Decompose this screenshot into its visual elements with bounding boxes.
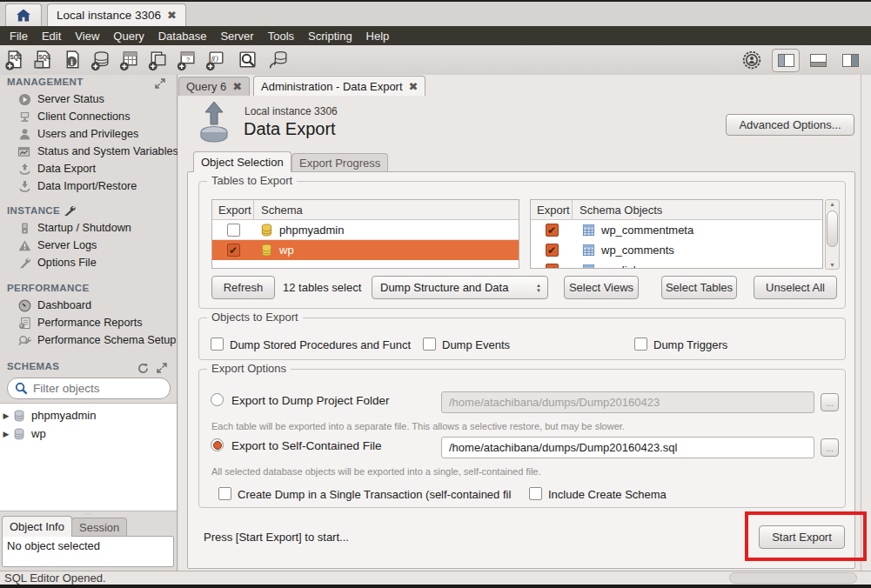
export-self-contained-label: Export to Self-Contained File bbox=[231, 439, 382, 452]
schema-tree-item-wp[interactable]: ▶ wp bbox=[0, 424, 177, 443]
tab-query-6[interactable]: Query 6✖ bbox=[178, 77, 250, 96]
menu-file[interactable]: File bbox=[3, 30, 35, 43]
inspector-icon[interactable]: i bbox=[57, 49, 86, 71]
refresh-button[interactable]: Refresh bbox=[211, 276, 275, 299]
dump-events-checkbox[interactable] bbox=[423, 337, 436, 351]
single-transaction-checkbox[interactable] bbox=[218, 487, 231, 500]
project-folder-path-field[interactable] bbox=[441, 391, 814, 413]
tab-object-selection[interactable]: Object Selection bbox=[193, 151, 291, 172]
export-checkbox[interactable] bbox=[227, 224, 240, 237]
table-icon bbox=[581, 224, 595, 237]
toggle-sidebar-button[interactable] bbox=[772, 49, 800, 72]
management-expand-icon[interactable] bbox=[153, 77, 167, 90]
self-contained-path-field[interactable] bbox=[441, 437, 814, 458]
dashboard-icon bbox=[17, 298, 31, 312]
include-create-schema-checkbox[interactable] bbox=[529, 487, 542, 500]
self-contained-browse-button[interactable]: ... bbox=[821, 438, 839, 457]
sidebar-item-data-export[interactable]: Data Export bbox=[0, 160, 178, 177]
create-function-icon[interactable]: f() bbox=[201, 49, 230, 71]
object-row-wp-comments[interactable]: ✔ wp_comments bbox=[531, 240, 822, 260]
project-folder-browse-button[interactable]: ... bbox=[821, 393, 839, 411]
sidebar-item-options-file[interactable]: Options File bbox=[0, 254, 178, 271]
sidebar-item-users-privileges[interactable]: Users and Privileges bbox=[0, 125, 178, 143]
export-project-folder-radio[interactable] bbox=[211, 393, 224, 406]
table-icon bbox=[581, 264, 595, 270]
preferences-gear-icon[interactable] bbox=[739, 49, 765, 71]
schemas-refresh-icon[interactable] bbox=[136, 361, 150, 375]
tab-admin-data-export[interactable]: Administration - Data Export✖ bbox=[253, 76, 425, 96]
tab-export-progress[interactable]: Export Progress bbox=[291, 153, 388, 172]
expand-arrow-icon[interactable]: ▶ bbox=[0, 411, 12, 420]
connection-tab[interactable]: Local instance 3306 ✖ bbox=[47, 3, 186, 26]
advanced-options-button[interactable]: Advanced Options... bbox=[726, 114, 854, 136]
connection-tab-close-icon[interactable]: ✖ bbox=[167, 9, 177, 22]
create-procedure-icon[interactable]: ? bbox=[172, 49, 201, 71]
options-file-icon bbox=[17, 256, 31, 270]
schema-tree-item-phpmyadmin[interactable]: ▶ phpmyadmin bbox=[0, 406, 177, 424]
menu-view[interactable]: View bbox=[68, 30, 106, 43]
new-sql-tab-icon[interactable]: SQL bbox=[0, 49, 29, 71]
sidebar-item-status-system-variables[interactable]: Status and System Variables bbox=[0, 143, 178, 160]
menu-query[interactable]: Query bbox=[106, 30, 151, 43]
sidebar-item-performance-reports[interactable]: Performance Reports bbox=[0, 314, 178, 331]
create-schema-icon[interactable] bbox=[86, 49, 115, 71]
tab-object-info[interactable]: Object Info bbox=[2, 516, 72, 537]
sidebar-item-startup-shutdown[interactable]: Startup / Shutdown bbox=[0, 219, 178, 237]
horizontal-scrollbar-thumb[interactable] bbox=[729, 572, 857, 584]
menu-server[interactable]: Server bbox=[213, 30, 260, 43]
schema-icon bbox=[12, 427, 26, 441]
create-view-icon[interactable] bbox=[144, 49, 172, 71]
schemas-expand-icon[interactable] bbox=[155, 361, 169, 375]
tab-admin-close-icon[interactable]: ✖ bbox=[409, 80, 419, 93]
export-self-contained-radio[interactable] bbox=[211, 438, 224, 451]
dump-stored-procedures-checkbox[interactable] bbox=[211, 337, 224, 351]
objects-table-scrollbar[interactable]: ▲ ▼ bbox=[825, 199, 840, 270]
menu-scripting[interactable]: Scripting bbox=[301, 30, 359, 43]
unselect-all-button[interactable]: Unselect All bbox=[754, 276, 837, 299]
reconnect-dbms-icon[interactable] bbox=[265, 49, 293, 71]
performance-schema-setup-icon bbox=[17, 333, 31, 347]
search-data-icon[interactable] bbox=[230, 49, 265, 71]
tab-session[interactable]: Session bbox=[71, 518, 127, 537]
tab-query-close-icon[interactable]: ✖ bbox=[232, 80, 242, 93]
toolbar: SQL SQL i ? f() bbox=[0, 45, 871, 75]
menu-tools[interactable]: Tools bbox=[261, 30, 301, 43]
schema-row-wp[interactable]: ✔ wp bbox=[212, 240, 519, 260]
export-checkbox[interactable]: ✔ bbox=[546, 264, 559, 269]
select-tables-button[interactable]: Select Tables bbox=[661, 276, 737, 299]
object-row-wp-links[interactable]: ✔ wp_links bbox=[531, 260, 822, 269]
sidebar-item-client-connections[interactable]: Client Connections bbox=[0, 108, 178, 125]
expand-arrow-icon[interactable]: ▶ bbox=[0, 430, 12, 438]
dump-triggers-checkbox[interactable] bbox=[634, 337, 647, 351]
connection-tab-label: Local instance 3306 bbox=[57, 9, 161, 22]
create-table-icon[interactable] bbox=[115, 49, 144, 71]
scroll-down-icon[interactable]: ▼ bbox=[829, 262, 835, 268]
single-transaction-label: Create Dump in a Single Transaction (sel… bbox=[238, 488, 525, 501]
sidebar-item-server-logs[interactable]: Server Logs bbox=[0, 237, 178, 254]
menu-help[interactable]: Help bbox=[359, 30, 397, 43]
schema-row-phpmyadmin[interactable]: phpmyadmin bbox=[212, 220, 519, 240]
schema-filter-input[interactable] bbox=[33, 382, 187, 395]
menu-database[interactable]: Database bbox=[151, 30, 214, 43]
menu-bar: File Edit View Query Database Server Too… bbox=[0, 26, 871, 45]
sidebar-item-dashboard[interactable]: Dashboard bbox=[0, 297, 178, 314]
toggle-secondary-sidebar-button[interactable] bbox=[836, 49, 864, 72]
sidebar-item-server-status[interactable]: Server Status bbox=[0, 90, 178, 108]
home-tab[interactable] bbox=[5, 3, 42, 26]
sidebar-item-performance-schema-setup[interactable]: Performance Schema Setup bbox=[0, 331, 178, 349]
open-sql-script-icon[interactable]: SQL bbox=[29, 49, 57, 71]
toggle-output-button[interactable] bbox=[804, 49, 832, 72]
export-checkbox[interactable]: ✔ bbox=[546, 244, 559, 257]
svg-text:f(): f() bbox=[211, 55, 218, 63]
select-views-button[interactable]: Select Views bbox=[564, 276, 639, 299]
dump-type-dropdown[interactable]: Dump Structure and Data ▲▼ bbox=[372, 276, 548, 299]
scroll-up-icon[interactable]: ▲ bbox=[829, 201, 835, 207]
export-checkbox[interactable]: ✔ bbox=[227, 244, 240, 257]
scrollbar-thumb[interactable] bbox=[827, 210, 838, 247]
menu-edit[interactable]: Edit bbox=[35, 30, 68, 43]
sidebar-item-data-import[interactable]: Data Import/Restore bbox=[0, 177, 178, 195]
section-management-header: MANAGEMENT bbox=[7, 77, 84, 87]
object-row-wp-commentmeta[interactable]: ✔ wp_commentmeta bbox=[531, 220, 822, 240]
export-checkbox[interactable]: ✔ bbox=[546, 224, 559, 237]
sidebar: MANAGEMENT Server Status Client Connecti… bbox=[0, 75, 178, 571]
